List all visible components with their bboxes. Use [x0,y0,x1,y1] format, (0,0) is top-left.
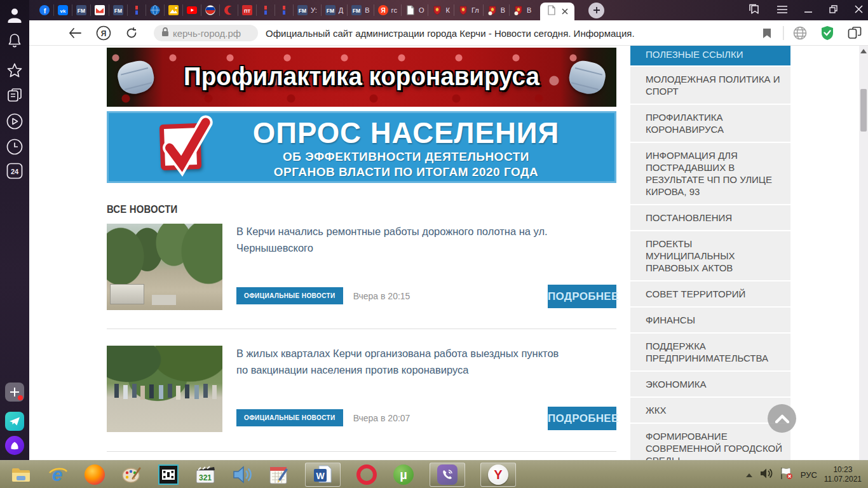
menu-item[interactable]: ПРОЕКТЫ МУНИЦИПАЛЬНЫХ ПРАВОВЫХ АКТОВ [630,231,790,280]
plus-tile-icon[interactable] [0,383,29,402]
active-tab[interactable] [540,3,574,20]
photo-favicon [168,5,179,15]
browser-tab[interactable]: f [36,4,53,16]
browser-tab[interactable] [182,4,201,16]
covid-prevention-banner[interactable]: Профилактика коронавируса [107,48,616,107]
news-category-badge[interactable]: ОФИЦИАЛЬНЫЕ НОВОСТИ [236,287,343,304]
taskbar-calendar-icon[interactable] [268,463,290,487]
tray-volume-icon[interactable] [760,468,773,482]
tray-time: 10:23 [824,465,862,475]
page-scrollbar[interactable] [859,46,868,460]
browser-side-panel: 24 [0,0,29,460]
menu-item[interactable]: ФИНАНСЫ [630,308,790,332]
toolbar-divider [780,20,787,46]
browser-tab[interactable]: В [483,4,509,16]
menu-item[interactable]: СОВЕТ ТЕРРИТОРИЙ [630,281,790,306]
menu-item[interactable]: ФОРМИРОВАНИЕ СОВРЕМЕННОЙ ГОРОДСКОЙ СРЕДЫ [630,424,790,460]
browser-tab[interactable]: О [401,4,428,16]
taskbar-word-icon[interactable]: W [305,463,341,487]
menu-item[interactable]: ПОСТАНОВЛЕНИЯ [630,205,790,230]
taskbar-paint-icon[interactable] [121,463,142,487]
browser-tab[interactable]: FMВ [347,4,373,16]
taskbar-mpc-icon[interactable]: 321 [194,463,216,487]
menu-item[interactable]: ЖКХ [630,398,790,423]
browser-tab[interactable] [201,4,219,16]
extension-icon[interactable] [846,20,864,46]
tray-language-indicator[interactable]: РУС [801,470,817,480]
taskbar-ie-icon[interactable]: e [47,463,69,487]
browser-tab[interactable] [219,4,238,16]
page-favicon [546,5,557,18]
browser-tab[interactable]: Гл [454,4,483,16]
taskbar-opera-icon[interactable] [356,463,377,487]
menu-hamburger-icon[interactable] [777,4,787,16]
browser-tab[interactable]: FMУ: [293,4,321,16]
menu-item[interactable]: ИНФОРМАЦИЯ ДЛЯ ПОСТРАДАВШИХ В РЕЗУЛЬТАТЕ… [630,143,790,204]
browser-tab[interactable]: vk [53,4,72,16]
news-title-link[interactable]: В жилых кварталах Керчи организована раб… [236,346,573,379]
yandex-home-button[interactable]: Я [95,20,112,46]
browser-tab[interactable]: FM [109,4,127,16]
browser-tab[interactable]: В [509,4,535,16]
news-title-link[interactable]: В Керчи начались ремонтные работы дорожн… [236,224,573,257]
news-more-button[interactable]: ПОДРОБНЕЕ [548,285,616,308]
back-button[interactable] [66,20,84,46]
new-tab-button[interactable] [588,3,604,18]
collections-icon[interactable] [0,88,29,102]
profile-icon[interactable] [0,6,29,23]
scrollbar-thumb[interactable] [860,89,867,132]
bell-icon[interactable] [0,33,29,48]
population-survey-banner[interactable]: ОПРОС НАСЕЛЕНИЯ ОБ ЭФФЕКТИВНОСТИ ДЕЯТЕЛЬ… [107,111,616,183]
clock-icon[interactable] [0,139,29,155]
browser-tab[interactable]: ПТ [238,4,256,16]
reload-button[interactable] [123,20,140,46]
taskbar-volume-icon[interactable] [231,463,253,487]
taskbar-media-player-icon[interactable] [158,463,179,487]
news-category-badge[interactable]: ОФИЦИАЛЬНЫЕ НОВОСТИ [236,409,343,426]
url-field[interactable]: керчь-город.рф [154,25,258,41]
tab-close-icon[interactable] [562,6,568,17]
taskbar-viber-icon[interactable] [430,463,465,487]
play-icon[interactable] [0,113,29,130]
close-window-button[interactable] [855,4,863,16]
protect-shield-icon[interactable] [819,20,836,46]
alice-icon[interactable] [0,436,29,455]
news-thumbnail[interactable] [107,224,222,310]
messenger-icon[interactable] [0,412,29,431]
menu-item[interactable]: ПОЛЕЗНЫЕ ССЫЛКИ [630,46,790,65]
tray-clock[interactable]: 10:23 11.07.2021 [824,465,862,484]
browser-tab[interactable] [275,4,293,16]
taskbar-explorer-icon[interactable] [10,463,32,487]
taskbar-utorrent-icon[interactable]: µ [393,463,414,487]
facebook-favicon: f [39,5,50,15]
browser-tab[interactable]: FM [72,4,90,16]
tray-expand-icon[interactable] [745,469,753,480]
translate-globe-icon[interactable] [792,20,808,46]
browser-tab[interactable] [164,4,182,16]
bookmark-icon[interactable] [760,20,774,46]
scrollbar-up-arrow[interactable] [859,47,868,55]
star-icon[interactable] [0,63,29,78]
news-thumbnail[interactable] [107,346,222,432]
minimize-button[interactable] [804,4,812,16]
taskbar-yandex-browser-icon[interactable]: Y [480,463,516,487]
restore-button[interactable] [829,4,837,16]
browser-tab[interactable]: FMД [321,4,347,16]
scroll-to-top-button[interactable] [768,404,796,433]
browser-tab[interactable] [90,4,109,16]
browser-tab[interactable] [146,4,164,16]
browser-tab[interactable] [256,4,275,16]
browser-tab[interactable]: Ягс [374,4,401,16]
menu-item[interactable]: ПРОФИЛАКТИКА КОРОНАВИРУСА [630,105,790,142]
taskbar-firefox-icon[interactable] [84,463,105,487]
browser-tab[interactable] [127,4,146,16]
tray-action-center-flag-icon[interactable] [780,467,794,482]
tile24-icon[interactable]: 24 [0,163,29,179]
menu-item[interactable]: МОЛОДЕЖНАЯ ПОЛИТИКА И СПОРТ [630,67,790,104]
web-page-content: Профилактика коронавируса ОПРОС НАСЕЛЕНИ… [29,46,868,460]
browser-tab[interactable]: К [428,4,453,16]
menu-item[interactable]: ПОДДЕРЖКА ПРЕДПРИНИМАТЕЛЬСТВА [630,334,790,370]
menu-item[interactable]: ЭКОНОМИКА [630,372,790,396]
tab-panels-icon[interactable] [749,4,760,17]
news-more-button[interactable]: ПОДРОБНЕЕ [548,407,616,430]
